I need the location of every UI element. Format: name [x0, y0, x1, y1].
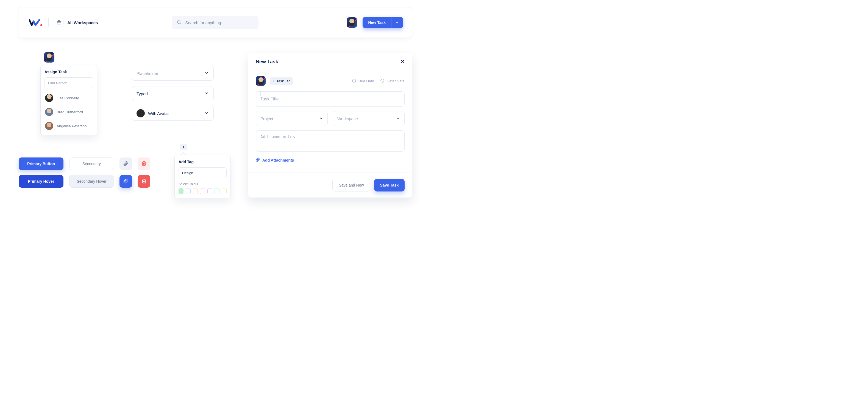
secondary-button-hover[interactable]: Secondary Hover — [69, 175, 114, 188]
app-header: All Workspaces New Task — [18, 7, 412, 38]
select-avatar — [136, 109, 145, 117]
select-colour-label: Select Colour — [179, 182, 227, 186]
logo[interactable] — [29, 19, 42, 26]
secondary-button[interactable]: Secondary — [69, 158, 114, 170]
swatch-blue[interactable] — [186, 188, 191, 194]
task-title-input[interactable] — [256, 91, 405, 107]
defer-date-label: Defer Date — [387, 79, 405, 83]
swatch-green[interactable] — [179, 188, 184, 194]
person-avatar — [45, 108, 53, 116]
avatar[interactable] — [347, 17, 357, 28]
colour-swatches — [179, 188, 227, 194]
find-person-input[interactable] — [44, 77, 93, 88]
assign-popover: Assign Task Lisa Connelly Brad Rutherfor… — [40, 65, 97, 135]
add-tag-title: Add Tag — [179, 160, 227, 164]
delete-icon-button-hover[interactable] — [137, 175, 150, 188]
person-option[interactable]: Brad Rutherford — [44, 105, 93, 119]
workspaces-selector[interactable]: All Workspaces — [55, 18, 98, 27]
new-task-panel: New Task + Task Tag Due Date — [248, 53, 412, 198]
defer-icon — [380, 78, 384, 84]
swatch-pink[interactable] — [200, 188, 205, 194]
new-task-button[interactable]: New Task — [363, 17, 391, 28]
select-label: Placeholder — [136, 71, 158, 76]
attachment-icon-button[interactable] — [120, 158, 132, 170]
search-box[interactable] — [172, 16, 258, 29]
new-task-button-group: New Task — [363, 17, 403, 28]
attachment-icon-button-hover[interactable] — [120, 175, 132, 188]
clock-icon — [352, 78, 356, 84]
workspace-select[interactable]: Workspace — [333, 111, 405, 126]
select-with-avatar[interactable]: With Avatar — [132, 106, 214, 121]
select-label: With Avatar — [148, 111, 169, 116]
trash-icon — [142, 161, 146, 167]
swatch-orange[interactable] — [193, 188, 198, 194]
task-tag-chip[interactable]: + Task Tag — [270, 77, 293, 85]
task-tag-label: Task Tag — [277, 79, 290, 83]
panel-title: New Task — [256, 59, 278, 65]
save-and-new-button[interactable]: Save and New — [332, 179, 370, 192]
notes-textarea[interactable] — [256, 130, 405, 152]
chevron-down-icon — [205, 71, 209, 76]
add-attachments-button[interactable]: Add Attachments — [256, 158, 405, 163]
close-button[interactable] — [400, 59, 405, 65]
briefcase-icon — [55, 18, 63, 27]
defer-date-button[interactable]: Defer Date — [380, 78, 405, 84]
swatch-yellow[interactable] — [222, 188, 227, 194]
swatch-teal[interactable] — [215, 188, 219, 194]
project-label: Project — [260, 116, 273, 121]
person-avatar — [45, 122, 53, 130]
due-date-label: Due Date — [359, 79, 374, 83]
paperclip-icon — [256, 158, 260, 163]
person-avatar — [45, 94, 53, 102]
workspace-label: Workspace — [337, 116, 358, 121]
add-attachments-label: Add Attachments — [262, 158, 294, 163]
due-date-button[interactable]: Due Date — [352, 78, 374, 84]
chevron-down-icon — [396, 116, 400, 121]
search-input[interactable] — [185, 20, 254, 25]
primary-button-hover[interactable]: Primary Hover — [19, 175, 63, 188]
search-icon — [177, 20, 182, 26]
select-typed[interactable]: Typed — [132, 86, 214, 101]
chevron-down-icon — [205, 111, 209, 116]
person-name: Lisa Connelly — [57, 96, 79, 100]
workspaces-label: All Workspaces — [67, 20, 98, 25]
project-select[interactable]: Project — [256, 111, 328, 126]
svg-point-1 — [178, 21, 181, 24]
chevron-down-icon — [205, 91, 209, 96]
primary-button[interactable]: Primary Button — [19, 158, 63, 170]
person-name: Angelica Peterson — [57, 124, 87, 128]
add-tag-trigger[interactable]: + — [180, 144, 187, 150]
delete-icon-button[interactable] — [137, 158, 150, 170]
assign-trigger-avatar[interactable] — [44, 52, 54, 63]
person-option[interactable]: Lisa Connelly — [44, 91, 93, 105]
avatar[interactable] — [256, 76, 266, 86]
chevron-down-icon — [319, 116, 323, 121]
plus-icon: + — [182, 145, 185, 149]
trash-icon — [142, 179, 146, 184]
tag-name-input[interactable] — [179, 167, 227, 178]
add-tag-popover: Add Tag Select Colour — [175, 155, 231, 198]
swatch-purple[interactable] — [207, 188, 212, 194]
paperclip-icon — [123, 161, 128, 167]
plus-icon: + — [273, 79, 275, 83]
select-placeholder[interactable]: Placeholder — [132, 66, 214, 81]
save-task-button[interactable]: Save Task — [374, 179, 405, 192]
new-task-dropdown[interactable] — [391, 17, 403, 28]
select-label: Typed — [136, 91, 148, 96]
assign-title: Assign Task — [44, 70, 93, 74]
person-option[interactable]: Angelica Peterson — [44, 119, 93, 133]
paperclip-icon — [123, 179, 128, 184]
person-name: Brad Rutherford — [57, 110, 83, 114]
